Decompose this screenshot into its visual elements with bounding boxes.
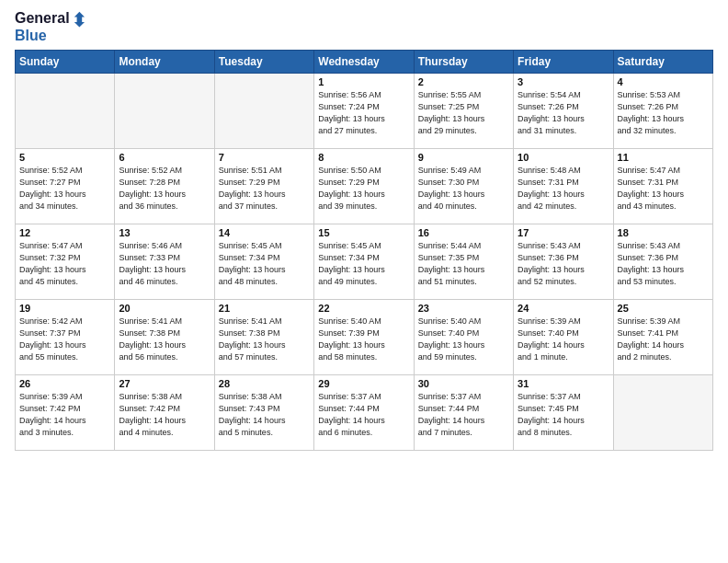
- weekday-header-sunday: Sunday: [16, 50, 115, 73]
- calendar-cell: 22Sunrise: 5:40 AM Sunset: 7:39 PM Dayli…: [314, 299, 414, 374]
- day-number: 6: [119, 152, 210, 163]
- calendar-cell: 14Sunrise: 5:45 AM Sunset: 7:34 PM Dayli…: [214, 224, 313, 299]
- day-number: 13: [119, 227, 210, 238]
- day-info: Sunrise: 5:45 AM Sunset: 7:34 PM Dayligh…: [318, 240, 409, 288]
- logo-text-general: General: [15, 10, 70, 27]
- weekday-header-friday: Friday: [514, 50, 613, 73]
- logo-text-blue: Blue: [15, 28, 47, 44]
- day-number: 24: [518, 303, 609, 314]
- day-number: 15: [318, 227, 409, 238]
- day-info: Sunrise: 5:39 AM Sunset: 7:40 PM Dayligh…: [518, 316, 609, 363]
- page-header: General Blue: [15, 9, 713, 44]
- calendar-cell: [613, 374, 712, 450]
- day-number: 19: [19, 303, 110, 314]
- calendar-table: SundayMondayTuesdayWednesdayThursdayFrid…: [15, 50, 713, 451]
- calendar-cell: 20Sunrise: 5:41 AM Sunset: 7:38 PM Dayli…: [115, 299, 214, 374]
- calendar-cell: 28Sunrise: 5:38 AM Sunset: 7:43 PM Dayli…: [214, 374, 313, 450]
- weekday-header-row: SundayMondayTuesdayWednesdayThursdayFrid…: [16, 50, 713, 73]
- day-number: 4: [618, 76, 709, 87]
- day-info: Sunrise: 5:51 AM Sunset: 7:29 PM Dayligh…: [219, 165, 310, 213]
- weekday-header-saturday: Saturday: [613, 50, 712, 73]
- day-number: 21: [219, 303, 310, 314]
- calendar-cell: 4Sunrise: 5:53 AM Sunset: 7:26 PM Daylig…: [613, 73, 712, 148]
- day-info: Sunrise: 5:43 AM Sunset: 7:36 PM Dayligh…: [618, 240, 709, 288]
- day-info: Sunrise: 5:50 AM Sunset: 7:29 PM Dayligh…: [318, 165, 409, 213]
- calendar-cell: 6Sunrise: 5:52 AM Sunset: 7:28 PM Daylig…: [115, 148, 214, 224]
- day-number: 7: [219, 152, 310, 163]
- day-info: Sunrise: 5:47 AM Sunset: 7:32 PM Dayligh…: [19, 240, 110, 288]
- calendar-cell: [115, 73, 214, 148]
- day-number: 16: [418, 227, 509, 238]
- day-number: 22: [318, 303, 409, 314]
- day-info: Sunrise: 5:41 AM Sunset: 7:38 PM Dayligh…: [119, 316, 210, 363]
- day-number: 29: [318, 378, 409, 389]
- day-number: 5: [19, 152, 110, 163]
- day-number: 31: [518, 378, 609, 389]
- day-info: Sunrise: 5:52 AM Sunset: 7:28 PM Dayligh…: [119, 165, 210, 213]
- weekday-header-wednesday: Wednesday: [314, 50, 414, 73]
- day-info: Sunrise: 5:46 AM Sunset: 7:33 PM Dayligh…: [119, 240, 210, 288]
- day-info: Sunrise: 5:52 AM Sunset: 7:27 PM Dayligh…: [19, 165, 110, 213]
- calendar-cell: 15Sunrise: 5:45 AM Sunset: 7:34 PM Dayli…: [314, 224, 414, 299]
- weekday-header-monday: Monday: [115, 50, 214, 73]
- calendar-cell: 30Sunrise: 5:37 AM Sunset: 7:44 PM Dayli…: [414, 374, 513, 450]
- day-info: Sunrise: 5:41 AM Sunset: 7:38 PM Dayligh…: [219, 316, 310, 363]
- calendar-cell: 25Sunrise: 5:39 AM Sunset: 7:41 PM Dayli…: [613, 299, 712, 374]
- logo-arrow-icon: [72, 9, 90, 28]
- day-number: 10: [518, 152, 609, 163]
- svg-marker-0: [74, 12, 84, 28]
- day-info: Sunrise: 5:40 AM Sunset: 7:39 PM Dayligh…: [318, 316, 409, 363]
- day-info: Sunrise: 5:56 AM Sunset: 7:24 PM Dayligh…: [318, 89, 409, 137]
- calendar-cell: 7Sunrise: 5:51 AM Sunset: 7:29 PM Daylig…: [214, 148, 313, 224]
- calendar-cell: 16Sunrise: 5:44 AM Sunset: 7:35 PM Dayli…: [414, 224, 513, 299]
- calendar-cell: 10Sunrise: 5:48 AM Sunset: 7:31 PM Dayli…: [514, 148, 613, 224]
- calendar-cell: 17Sunrise: 5:43 AM Sunset: 7:36 PM Dayli…: [514, 224, 613, 299]
- day-info: Sunrise: 5:43 AM Sunset: 7:36 PM Dayligh…: [518, 240, 609, 288]
- calendar-cell: 9Sunrise: 5:49 AM Sunset: 7:30 PM Daylig…: [414, 148, 513, 224]
- weekday-header-tuesday: Tuesday: [214, 50, 313, 73]
- calendar-cell: 18Sunrise: 5:43 AM Sunset: 7:36 PM Dayli…: [613, 224, 712, 299]
- calendar-cell: 26Sunrise: 5:39 AM Sunset: 7:42 PM Dayli…: [16, 374, 115, 450]
- calendar-cell: 12Sunrise: 5:47 AM Sunset: 7:32 PM Dayli…: [16, 224, 115, 299]
- day-info: Sunrise: 5:38 AM Sunset: 7:42 PM Dayligh…: [119, 391, 210, 439]
- calendar-cell: 23Sunrise: 5:40 AM Sunset: 7:40 PM Dayli…: [414, 299, 513, 374]
- day-info: Sunrise: 5:48 AM Sunset: 7:31 PM Dayligh…: [518, 165, 609, 213]
- day-info: Sunrise: 5:49 AM Sunset: 7:30 PM Dayligh…: [418, 165, 509, 213]
- week-row-4: 19Sunrise: 5:42 AM Sunset: 7:37 PM Dayli…: [16, 299, 713, 374]
- calendar-cell: [214, 73, 313, 148]
- calendar-cell: 27Sunrise: 5:38 AM Sunset: 7:42 PM Dayli…: [115, 374, 214, 450]
- day-number: 26: [19, 378, 110, 389]
- day-number: 9: [418, 152, 509, 163]
- week-row-1: 1Sunrise: 5:56 AM Sunset: 7:24 PM Daylig…: [16, 73, 713, 148]
- calendar-cell: 21Sunrise: 5:41 AM Sunset: 7:38 PM Dayli…: [214, 299, 313, 374]
- calendar-page: General Blue SundayMondayTuesdayWednesda…: [0, 0, 728, 563]
- calendar-cell: 19Sunrise: 5:42 AM Sunset: 7:37 PM Dayli…: [16, 299, 115, 374]
- calendar-cell: 11Sunrise: 5:47 AM Sunset: 7:31 PM Dayli…: [613, 148, 712, 224]
- calendar-cell: 2Sunrise: 5:55 AM Sunset: 7:25 PM Daylig…: [414, 73, 513, 148]
- day-info: Sunrise: 5:40 AM Sunset: 7:40 PM Dayligh…: [418, 316, 509, 363]
- day-number: 23: [418, 303, 509, 314]
- day-number: 18: [618, 227, 709, 238]
- day-info: Sunrise: 5:37 AM Sunset: 7:45 PM Dayligh…: [518, 391, 609, 439]
- day-info: Sunrise: 5:54 AM Sunset: 7:26 PM Dayligh…: [518, 89, 609, 137]
- week-row-2: 5Sunrise: 5:52 AM Sunset: 7:27 PM Daylig…: [16, 148, 713, 224]
- day-number: 30: [418, 378, 509, 389]
- day-number: 3: [518, 76, 609, 87]
- calendar-cell: 13Sunrise: 5:46 AM Sunset: 7:33 PM Dayli…: [115, 224, 214, 299]
- day-info: Sunrise: 5:38 AM Sunset: 7:43 PM Dayligh…: [219, 391, 310, 439]
- day-number: 8: [318, 152, 409, 163]
- calendar-cell: 24Sunrise: 5:39 AM Sunset: 7:40 PM Dayli…: [514, 299, 613, 374]
- day-info: Sunrise: 5:42 AM Sunset: 7:37 PM Dayligh…: [19, 316, 110, 363]
- calendar-cell: 5Sunrise: 5:52 AM Sunset: 7:27 PM Daylig…: [16, 148, 115, 224]
- day-info: Sunrise: 5:44 AM Sunset: 7:35 PM Dayligh…: [418, 240, 509, 288]
- day-info: Sunrise: 5:55 AM Sunset: 7:25 PM Dayligh…: [418, 89, 509, 137]
- weekday-header-thursday: Thursday: [414, 50, 513, 73]
- calendar-cell: 8Sunrise: 5:50 AM Sunset: 7:29 PM Daylig…: [314, 148, 414, 224]
- day-number: 11: [618, 152, 709, 163]
- logo: General Blue: [15, 9, 90, 44]
- day-number: 20: [119, 303, 210, 314]
- calendar-cell: 1Sunrise: 5:56 AM Sunset: 7:24 PM Daylig…: [314, 73, 414, 148]
- calendar-cell: 29Sunrise: 5:37 AM Sunset: 7:44 PM Dayli…: [314, 374, 414, 450]
- week-row-5: 26Sunrise: 5:39 AM Sunset: 7:42 PM Dayli…: [16, 374, 713, 450]
- calendar-cell: [16, 73, 115, 148]
